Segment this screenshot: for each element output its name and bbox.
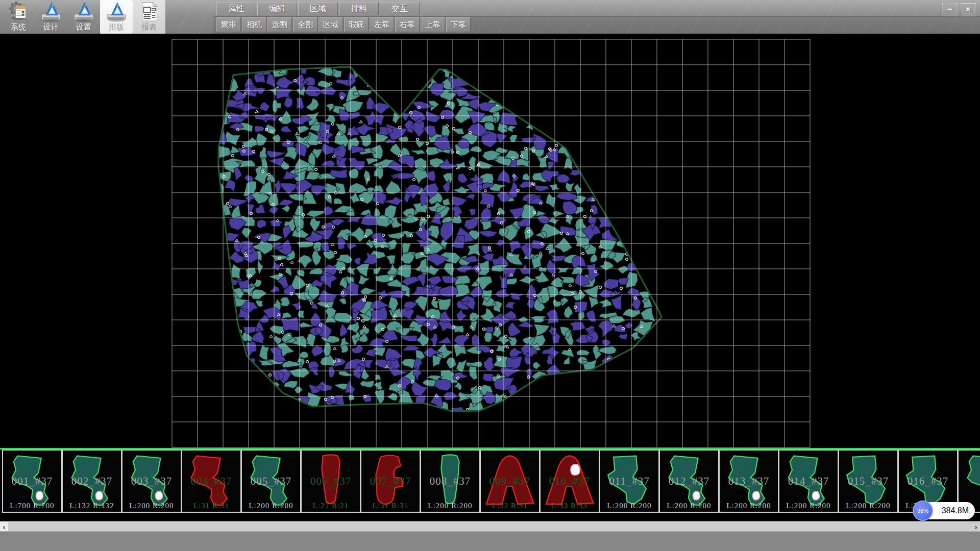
toolbar-button-label: 报表 [141,22,157,32]
piece-thumbnail-10[interactable]: 010_#37 L:33 R:33 [540,449,600,513]
piece-id: 006_#37 [302,475,360,488]
settings-setsquare-icon [73,1,94,22]
piece-id: 016_#37 [899,475,957,488]
close-button[interactable]: × [961,3,976,16]
piece-thumbnail-14[interactable]: 014_#37 L:200 R:200 [778,449,839,513]
menu2-button-4[interactable]: 全割 [293,17,317,32]
minimize-button[interactable]: − [942,3,958,16]
toolbar-button-4[interactable]: 排版 [100,0,133,34]
piece-thumbnail-7[interactable]: 007_#37 L:31 R:31 [360,449,421,513]
piece-hole [752,491,760,500]
piece-id: 007_#37 [361,475,420,488]
toolbar-button-label: 设计 [43,22,59,32]
piece-lr-values: L:31 R:31 [182,502,240,510]
piece-id: 015_#37 [839,475,897,488]
toolbar-button-2[interactable]: 设计 [35,0,67,34]
piece-id: 001_#37 [3,475,61,488]
main-toolbar: 系统 设计 设置 排版 [0,0,980,34]
piece-lr-values: L:200 R:200 [660,502,718,510]
menu1-button-2[interactable]: 编辑 [257,2,297,15]
nesting-canvas[interactable] [0,34,980,448]
piece-thumbnail-3[interactable]: 003_#37 L:200 R:200 [121,449,182,513]
piece-thumbnail-12[interactable]: 012_#37 L:200 R:200 [659,449,719,513]
piece-id: 013_#37 [720,475,778,488]
piece-lr-values: L:200 R:200 [600,502,658,510]
toolbar-button-label: 排版 [109,22,124,32]
piece-thumbnail-8[interactable]: 008_#37 L:200 R:200 [420,449,480,513]
menu2-button-9[interactable]: 上靠 [421,17,445,32]
piece-id: 008_#37 [421,475,479,488]
piece-id: 010_#37 [541,475,599,488]
design-setsquare-icon [40,1,62,22]
piece-lr-values: L:200 R:200 [242,502,300,510]
memory-progress-badge: 384.8M 38% [913,500,976,521]
piece-lr-values: L:33 R:33 [541,502,599,510]
piece-hole [95,491,103,500]
menu2-button-3[interactable]: 选割 [267,17,292,32]
menu2-button-1[interactable]: 聚排 [216,17,241,32]
toolbar-button-label: 设置 [76,22,91,32]
piece-lr-values: L:200 R:200 [720,502,778,510]
piece-lr-values: L:132 R:132 [63,502,121,510]
toolbar-button-3[interactable]: 设置 [67,0,100,34]
piece-hole [571,464,580,475]
memory-value: 384.8M [942,506,969,515]
scroll-left-button[interactable]: ‹ [0,522,8,531]
piece-thumbnail-6[interactable]: 006_#37 L:21 R:21 [301,449,361,513]
piece-hole [812,491,819,500]
menu2-button-6[interactable]: 瑕疵 [344,17,369,32]
piece-id: 004_#37 [182,475,240,488]
piece-thumbnail-2[interactable]: 002_#37 L:132 R:132 [62,449,122,513]
toolbar-big-buttons: 系统 设计 设置 排版 [2,0,165,34]
piece-thumbnail-11[interactable]: 011_#37 L:200 R:200 [599,449,659,513]
menu2-button-8[interactable]: 右靠 [395,17,420,32]
piece-lr-values: L:21 R:21 [302,502,360,510]
menu-row-2: 聚排相机选割全割区域瑕疵左靠右靠上靠下靠 [216,17,471,32]
piece-lr-values: L:200 R:200 [122,502,181,510]
piece-id: 011_#37 [600,475,658,488]
canvas-svg [0,34,980,448]
progress-percent: 38% [917,508,928,514]
menu2-button-2[interactable]: 相机 [242,17,266,32]
menu1-button-4[interactable]: 排料 [339,2,379,15]
piece-thumbnail-15[interactable]: 015_#37 L:200 R:200 [838,449,898,513]
piece-id: 009_#37 [481,475,539,488]
window-controls: − × [942,3,976,16]
pieces-thumbnail-strip: 001_#37 L:700 R:700 002_#37 L:132 R:132 … [0,449,980,513]
menu1-button-3[interactable]: 区域 [298,2,338,15]
piece-lr-values: L:32 R:31 [481,502,539,510]
menu-row-1: 属性编辑区域排料交互 [216,2,420,15]
piece-id: 003_#37 [122,475,181,488]
menu1-button-5[interactable]: 交互 [380,2,420,15]
piece-lr-values: L:200 R:200 [421,502,479,510]
piece-thumbnail-1[interactable]: 001_#37 L:700 R:700 [2,449,62,513]
piece-lr-values: L:200 R:200 [779,502,838,510]
piece-id: 0 [959,475,980,488]
piece-id: 012_#37 [660,475,718,488]
piece-lr-values: L:200 R:200 [839,502,897,510]
piece-hole [36,491,43,500]
piece-id: 014_#37 [779,475,838,488]
horizontal-scrollbar[interactable]: ‹ › [0,521,980,531]
menu2-button-10[interactable]: 下靠 [446,17,471,32]
toolbar-button-5[interactable]: 报表 [133,0,165,34]
toolbar-button-1[interactable]: 系统 [2,0,35,34]
toolbar-button-label: 系统 [11,22,26,32]
piece-thumbnail-5[interactable]: 005_#37 L:200 R:200 [241,449,301,513]
piece-hole [155,491,162,500]
progress-circle: 38% [913,500,933,521]
menu2-button-5[interactable]: 区域 [318,17,343,32]
piece-lr-values: L:700 R:700 [3,502,61,510]
piece-lr-values: L:31 R:31 [361,502,420,510]
menu1-button-1[interactable]: 属性 [216,2,256,15]
menu2-button-7[interactable]: 左靠 [370,17,394,32]
layout-setsquare-icon [106,1,127,22]
system-gear-icon [8,1,29,22]
piece-thumbnail-13[interactable]: 013_#37 L:200 R:200 [719,449,779,513]
report-document-icon [138,1,160,22]
piece-thumbnail-9[interactable]: 009_#37 L:32 R:31 [480,449,540,513]
scroll-right-button[interactable]: › [972,522,980,531]
piece-id: 002_#37 [63,475,121,488]
piece-hole [693,491,700,500]
piece-thumbnail-4[interactable]: 004_#37 L:31 R:31 [181,449,241,513]
